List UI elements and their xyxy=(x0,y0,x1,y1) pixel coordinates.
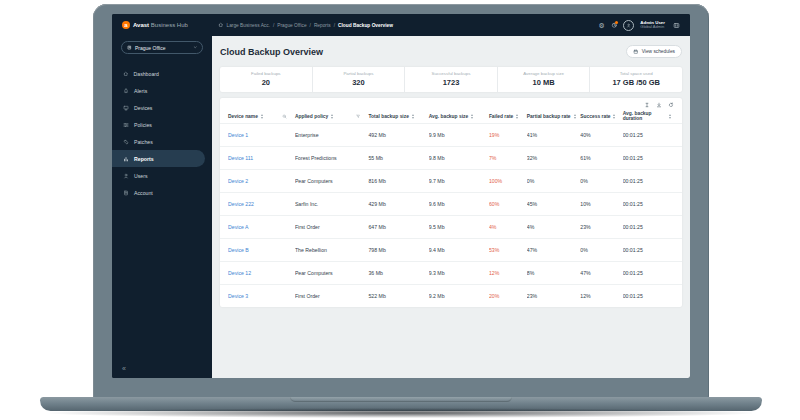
column-width-icon[interactable] xyxy=(644,102,650,108)
stat-value: 320 xyxy=(313,78,405,87)
device-link[interactable]: Device 3 xyxy=(228,293,295,299)
search-icon[interactable] xyxy=(282,114,287,119)
summary-stats-card: Failed backups20Partial backups320Succes… xyxy=(220,67,682,92)
avast-logo-icon: a xyxy=(122,21,130,29)
column-header-partial-backup-rate[interactable]: Partial backup rate xyxy=(527,114,581,119)
stat-successful-backups: Successful backups1723 xyxy=(404,67,497,92)
cell-failed: 4% xyxy=(489,224,527,230)
cell-avg: 9.9 Mb xyxy=(429,132,489,138)
sliders-icon xyxy=(123,122,129,128)
device-link[interactable]: Device 1 xyxy=(228,132,295,138)
device-link[interactable]: Device 111 xyxy=(228,155,295,161)
sidebar-item-alerts[interactable]: Alerts xyxy=(112,82,205,99)
building-icon xyxy=(127,45,132,50)
column-label: Total backup size xyxy=(368,114,408,119)
breadcrumb-separator: / xyxy=(273,23,274,28)
cell-duration: 00:01:25 xyxy=(623,178,674,184)
download-icon[interactable] xyxy=(656,102,662,108)
column-header-avg-backup-size[interactable]: Avg. backup size xyxy=(429,114,489,119)
cell-policy: Pear Computers xyxy=(295,270,369,276)
calendar-icon xyxy=(633,49,639,55)
collapse-sidebar-button[interactable]: « xyxy=(122,365,126,372)
sidebar-item-reports[interactable]: Reports xyxy=(112,150,205,167)
user-block[interactable]: Admin User Global Admin xyxy=(640,20,665,30)
column-header-applied-policy[interactable]: Applied policy xyxy=(295,114,369,119)
cell-failed: 60% xyxy=(489,201,527,207)
cell-failed: 12% xyxy=(489,270,527,276)
topbar: a Avast Business Hub Large Business Acc.… xyxy=(112,14,690,36)
bell-icon xyxy=(123,88,129,94)
monitor-icon xyxy=(123,105,129,111)
stat-label: Average backup size xyxy=(498,71,590,76)
stat-label: Failed backups xyxy=(220,71,312,76)
filter-icon[interactable] xyxy=(356,114,361,119)
breadcrumb-item[interactable]: Prague Office xyxy=(277,23,306,28)
sidebar-item-dashboard[interactable]: Dashboard xyxy=(112,65,205,82)
device-link[interactable]: Device 222 xyxy=(228,201,295,207)
sort-icon[interactable] xyxy=(471,114,473,119)
cell-avg: 9.5 Mb xyxy=(429,224,489,230)
column-header-failed-rate[interactable]: Failed rate xyxy=(489,114,527,119)
cell-duration: 00:01:25 xyxy=(623,132,674,138)
cell-failed: 53% xyxy=(489,247,527,253)
org-selector[interactable]: Prague Office xyxy=(121,41,203,54)
column-label: Applied policy xyxy=(295,114,328,119)
home-icon xyxy=(123,71,129,77)
sort-icon[interactable] xyxy=(516,114,518,119)
sort-icon[interactable] xyxy=(412,114,414,119)
column-header-avg-backup-duration[interactable]: Avg. backup duration xyxy=(623,111,674,121)
stat-total-space-used: Total space used17 GB /50 GB xyxy=(589,67,682,92)
stat-average-backup-size: Average backup size10 MB xyxy=(497,67,590,92)
home-icon[interactable] xyxy=(218,22,224,28)
apps-icon[interactable] xyxy=(673,22,680,29)
page-title: Cloud Backup Overview xyxy=(220,47,323,57)
sort-icon[interactable] xyxy=(331,114,333,119)
screen-body: Prague Office DashboardAlertsDevicesPoli… xyxy=(112,36,690,378)
cell-success: 61% xyxy=(580,155,622,161)
gear-icon[interactable]: ⚙ xyxy=(599,22,605,29)
cell-success: 0% xyxy=(580,178,622,184)
cell-avg: 9.6 Mb xyxy=(429,201,489,207)
sidebar-item-label: Reports xyxy=(134,156,154,162)
sidebar-item-devices[interactable]: Devices xyxy=(112,99,205,116)
usage-pie-icon[interactable] xyxy=(611,22,618,29)
sort-icon[interactable] xyxy=(574,114,576,119)
table-row: Device 222Sarfin Inc.429 Mb9.6 Mb60%45%1… xyxy=(220,192,682,215)
column-label: Device name xyxy=(228,114,258,119)
sidebar-item-account[interactable]: Account xyxy=(112,184,205,201)
avatar-icon[interactable] xyxy=(623,20,634,31)
sort-icon[interactable] xyxy=(613,114,615,119)
document-icon xyxy=(123,190,129,196)
column-header-device-name[interactable]: Device name xyxy=(228,114,295,119)
chart-icon xyxy=(123,156,129,162)
stat-value: 20 xyxy=(220,78,312,87)
cell-duration: 00:01:25 xyxy=(623,201,674,207)
view-schedules-button[interactable]: View schedules xyxy=(626,45,682,58)
cell-partial: 8% xyxy=(527,270,581,276)
device-link[interactable]: Device 2 xyxy=(228,178,295,184)
cell-failed: 100% xyxy=(489,178,527,184)
sort-icon[interactable] xyxy=(261,114,263,119)
cell-total: 522 Mb xyxy=(368,293,428,299)
breadcrumb-item[interactable]: Reports xyxy=(314,23,331,28)
device-link[interactable]: Device B xyxy=(228,247,295,253)
sidebar-item-patches[interactable]: Patches xyxy=(112,133,205,150)
cell-policy: Enterprise xyxy=(295,132,369,138)
cell-avg: 9.4 Mb xyxy=(429,247,489,253)
device-link[interactable]: Device 12 xyxy=(228,270,295,276)
device-link[interactable]: Device A xyxy=(228,224,295,230)
laptop-notch xyxy=(290,397,512,402)
column-label: Partial backup rate xyxy=(527,114,571,119)
column-header-total-backup-size[interactable]: Total backup size xyxy=(368,114,428,119)
breadcrumb-item[interactable]: Cloud Backup Overview xyxy=(338,23,393,28)
refresh-icon[interactable] xyxy=(668,102,674,108)
notification-dot xyxy=(615,21,618,24)
sidebar-item-users[interactable]: Users xyxy=(112,167,205,184)
table-row: Device BThe Rebellion798 Mb9.4 Mb53%47%0… xyxy=(220,238,682,261)
sort-icon[interactable] xyxy=(669,114,671,119)
breadcrumb-item[interactable]: Large Business Acc. xyxy=(227,23,270,28)
cell-policy: Forest Predictions xyxy=(295,155,369,161)
column-header-success-rate[interactable]: Success rate xyxy=(580,114,622,119)
sidebar-item-policies[interactable]: Policies xyxy=(112,116,205,133)
breadcrumb-separator: / xyxy=(310,23,311,28)
